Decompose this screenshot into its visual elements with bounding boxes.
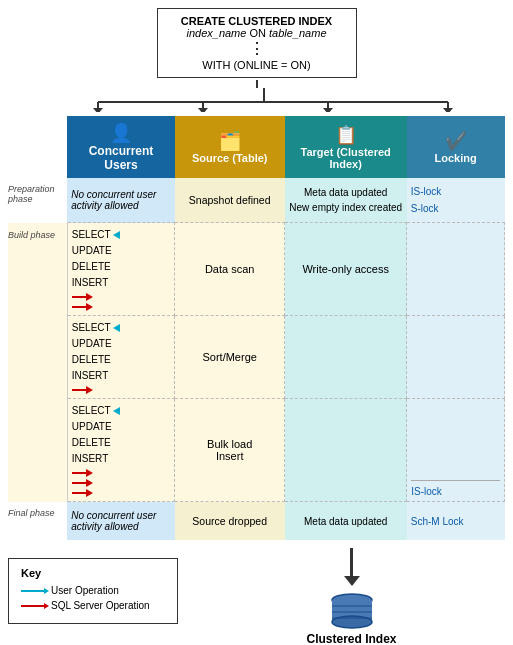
build-target-1: Write-only access	[285, 223, 407, 316]
final-phase-label: Final phase	[8, 502, 67, 541]
blue-arrow-left-1	[113, 231, 120, 239]
svg-marker-3	[93, 108, 103, 112]
build-phase-row1: Build phase SELECT UPDATE DELETE INSERT	[8, 223, 505, 316]
key-user-op: User Operation	[21, 585, 165, 596]
person-icon: 👤	[71, 122, 170, 144]
page-wrapper: CREATE CLUSTERED INDEX index_name ON tab…	[0, 0, 513, 645]
key-title: Key	[21, 567, 165, 579]
red-arrow-right-3a	[86, 469, 93, 477]
build-source-2: Sort/Merge	[175, 316, 285, 399]
build-locking-1	[407, 223, 505, 316]
build-locking-3: IS-lock	[407, 399, 505, 502]
red-arrow-right-3b	[86, 479, 93, 487]
blue-arrow-left-2	[113, 324, 120, 332]
sql-with: WITH (ONLINE = ON)	[166, 59, 348, 71]
svg-marker-7	[323, 108, 333, 112]
red-arrow-right-3c	[86, 489, 93, 497]
prep-locking-cell: IS-lock S-lock	[407, 178, 505, 223]
final-locking-cell: Sch-M Lock	[407, 502, 505, 541]
prep-target-cell: Meta data updated New empty index create…	[285, 178, 407, 223]
prep-phase-label: Preparation phase	[8, 178, 67, 223]
sql-index-name: index_name	[186, 27, 246, 39]
final-target-cell: Meta data updated	[285, 502, 407, 541]
check-icon: ✔️	[411, 130, 501, 152]
build-target-3	[285, 399, 407, 502]
down-arrow-head	[344, 576, 360, 586]
header-target: 📋 Target (Clustered Index)	[285, 116, 407, 178]
table-icon-target: 📋	[289, 124, 403, 146]
prep-concurrent-cell: No concurrent user activity allowed	[67, 178, 174, 223]
build-locking-2	[407, 316, 505, 399]
svg-marker-9	[443, 108, 453, 112]
build-concurrent-1: SELECT UPDATE DELETE INSERT	[67, 223, 174, 316]
clustered-index-icon	[327, 592, 377, 632]
final-source-cell: Source dropped	[175, 502, 285, 541]
prep-source-cell: Snapshot defined	[175, 178, 285, 223]
sql-box: CREATE CLUSTERED INDEX index_name ON tab…	[157, 8, 357, 78]
key-box: Key User Operation SQL Server Operation	[8, 558, 178, 624]
final-phase-row: Final phase No concurrent user activity …	[8, 502, 505, 541]
build-concurrent-2: SELECT UPDATE DELETE INSERT	[67, 316, 174, 399]
red-arrow-right-2	[86, 386, 93, 394]
table-icon-source: 🗂️	[179, 130, 281, 152]
header-row: 👤 Concurrent Users 🗂️ Source (Table) 📋 T…	[8, 116, 505, 178]
final-concurrent-cell: No concurrent user activity allowed	[67, 502, 174, 541]
prep-phase-row: Preparation phase No concurrent user act…	[8, 178, 505, 223]
build-phase-row2: SELECT UPDATE DELETE INSERT	[8, 316, 505, 399]
red-arrow-right-1b	[86, 303, 93, 311]
blue-arrow-left-3	[113, 407, 120, 415]
red-arrow-right-1a	[86, 293, 93, 301]
red-arrow-key	[21, 605, 45, 607]
main-diagram: 👤 Concurrent Users 🗂️ Source (Table) 📋 T…	[8, 116, 505, 540]
sql-line2: index_name ON table_name	[166, 27, 348, 39]
build-target-2	[285, 316, 407, 399]
sql-table-name: table_name	[269, 27, 327, 39]
build-source-1: Data scan	[175, 223, 285, 316]
header-source: 🗂️ Source (Table)	[175, 116, 285, 178]
svg-marker-5	[198, 108, 208, 112]
header-locking: ✔️ Locking	[407, 116, 505, 178]
sql-dots: ⋮	[166, 41, 348, 57]
key-sql-op: SQL Server Operation	[21, 600, 165, 611]
build-phase-label: Build phase	[8, 223, 67, 502]
down-arrow-line	[350, 548, 353, 576]
sql-line1: CREATE CLUSTERED INDEX	[166, 15, 348, 27]
build-concurrent-3: SELECT UPDATE DELETE INSERT	[67, 399, 174, 502]
sql-on: ON	[249, 27, 269, 39]
build-source-3: Bulk loadInsert	[175, 399, 285, 502]
header-concurrent: 👤 Concurrent Users	[67, 116, 174, 178]
clustered-index-label: Clustered Index	[306, 632, 396, 645]
blue-arrow-key	[21, 590, 45, 592]
build-phase-row3: SELECT UPDATE DELETE INSERT	[8, 399, 505, 502]
